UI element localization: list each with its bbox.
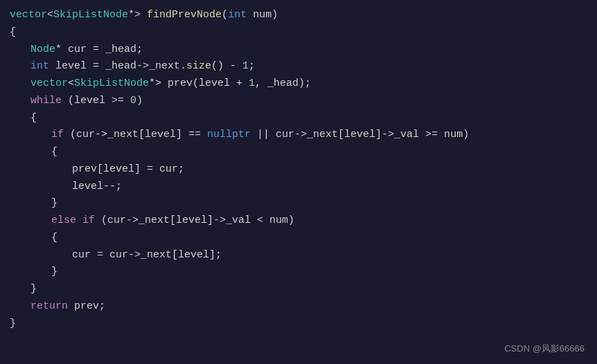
code-token: * cur = _head; <box>55 42 143 59</box>
code-token: prev[level] = cur; <box>72 161 184 179</box>
code-token: *> prev(level + <box>149 75 249 93</box>
code-token: if <box>82 212 95 230</box>
code-token: < <box>68 75 74 93</box>
code-token: { <box>10 24 16 42</box>
code-line: } <box>0 264 597 281</box>
code-token: ) <box>136 93 143 110</box>
code-line: else if (cur->_next[level]->_val < num) <box>0 212 597 230</box>
code-line: vector<SkipListNode*> findPrevNode(int n… <box>0 7 597 24</box>
code-token: } <box>10 316 16 333</box>
code-token: 1 <box>249 75 255 93</box>
code-line: } <box>0 195 597 212</box>
code-token: nullptr <box>207 127 251 144</box>
code-token: } <box>30 281 37 298</box>
code-token: { <box>51 144 57 161</box>
code-token: int <box>228 7 247 24</box>
code-line: vector<SkipListNode*> prev(level + 1, _h… <box>0 75 597 93</box>
code-line: { <box>0 110 597 127</box>
code-token: ( <box>222 7 228 24</box>
code-token: vector <box>10 7 47 24</box>
code-token: num) <box>247 7 278 24</box>
code-token: return <box>30 298 68 316</box>
code-token: if <box>51 127 64 144</box>
code-token: SkipListNode <box>53 7 128 24</box>
code-line: } <box>0 281 597 298</box>
code-token: else <box>51 212 76 230</box>
code-token: (cur->_next[level] == <box>64 127 207 144</box>
code-token: () - <box>211 58 242 75</box>
code-token: *> <box>128 7 147 24</box>
code-token: cur = cur->_next[level]; <box>72 247 222 264</box>
code-token: ; <box>249 58 255 75</box>
code-token: int <box>30 58 49 75</box>
code-line: int level = _head->_next.size() - 1; <box>0 58 597 75</box>
code-token: 0 <box>130 93 136 110</box>
code-line: level--; <box>0 179 597 196</box>
code-editor: vector<SkipListNode*> findPrevNode(int n… <box>0 0 597 364</box>
code-token: < <box>47 7 53 24</box>
code-token: while <box>30 93 62 110</box>
code-token: size <box>186 58 211 75</box>
code-line: return prev; <box>0 298 597 316</box>
code-token: 1 <box>242 58 249 75</box>
code-token: } <box>51 264 57 281</box>
code-line: if (cur->_next[level] == nullptr || cur-… <box>0 127 597 144</box>
code-line: } <box>0 316 597 333</box>
code-token: { <box>30 110 37 127</box>
code-token: , _head); <box>255 75 311 93</box>
watermark: CSDN @风影66666 <box>504 341 585 356</box>
code-line: while (level >= 0) <box>0 93 597 110</box>
code-line: Node* cur = _head; <box>0 42 597 59</box>
code-line: { <box>0 24 597 42</box>
code-token: level--; <box>72 179 122 196</box>
code-line: cur = cur->_next[level]; <box>0 247 597 264</box>
code-token: Node <box>30 42 55 59</box>
code-token: (level >= <box>62 93 130 110</box>
code-token: prev; <box>68 298 105 316</box>
code-token: (cur->_next[level]->_val < num) <box>95 212 294 230</box>
code-line: { <box>0 144 597 161</box>
code-token: vector <box>30 75 68 93</box>
code-token <box>76 212 82 230</box>
code-token: level = _head->_next. <box>49 58 186 75</box>
code-token: } <box>51 195 57 212</box>
code-token: SkipListNode <box>74 75 149 93</box>
code-token: findPrevNode <box>147 7 222 24</box>
code-line: { <box>0 230 597 247</box>
code-token: || cur->_next[level]->_val >= num) <box>251 127 469 144</box>
code-line: prev[level] = cur; <box>0 161 597 179</box>
code-token: { <box>51 230 57 247</box>
